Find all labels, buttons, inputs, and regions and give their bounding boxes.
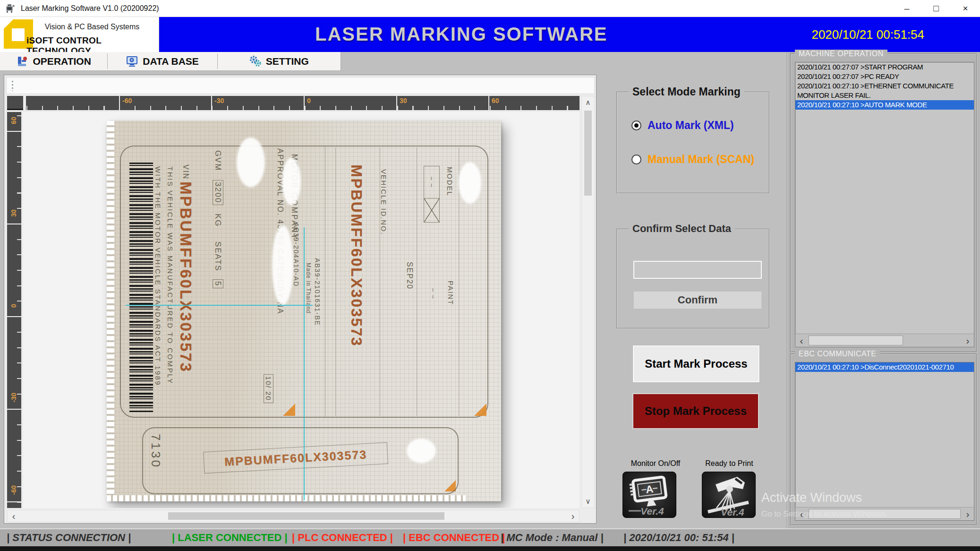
setting-gears-icon (249, 55, 262, 68)
control-panel: Select Mode Marking Auto Mark (XML) Manu… (597, 71, 787, 528)
horizontal-scroll-thumb[interactable] (168, 512, 444, 520)
laser-status: | LASER CONNECTED | (172, 532, 288, 544)
log-panel: MACHINE OPERATION 2020/10/21 00:27:07 >S… (787, 52, 980, 528)
model-value: – – (428, 177, 435, 188)
model-checkbox-cells: – – (424, 166, 440, 223)
plate-vin-label: VIN (181, 164, 190, 180)
monitor-onoff-label: Monitor On/Off (618, 459, 693, 468)
tab-label: OPERATION (33, 56, 91, 67)
confirm-data-groupbox: Confirm Select Data Confirm (616, 229, 770, 329)
manual-mark-option[interactable]: Manual Mark (SCAN) (631, 153, 754, 166)
log-line[interactable]: 2020/10/21 00:27:10 >ETHERNET COMMUNICAT… (795, 81, 974, 91)
brand-block: Vision & PC Based Systems iSOFT CONTROL … (0, 17, 159, 52)
log-line[interactable]: 2020/10/21 00:27:07 >PC READY (795, 72, 974, 81)
confirm-button[interactable]: Confirm (633, 291, 762, 309)
machine-list-scrollbar[interactable]: ‹ › (795, 334, 974, 347)
scroll-down-icon[interactable]: ∨ (582, 495, 594, 508)
plate-model-label: MODEL (446, 167, 454, 196)
scroll-up-icon[interactable]: ∧ (582, 96, 594, 109)
model-dash-cell: – – (424, 166, 439, 198)
ruler-label: 0 (10, 300, 17, 311)
plate-comply-line: THIS VEHICLE WAS MANUFACTURED TO COMPLY (166, 166, 174, 385)
ruler-tick (7, 316, 21, 317)
title-bar: Laser Marking Software V1.0 (20200922) –… (0, 0, 980, 17)
ebc-communicate-list[interactable]: 2020/10/21 00:27:10 >DisConnect20201021-… (795, 362, 974, 521)
start-mark-button[interactable]: Start Mark Process (632, 345, 760, 383)
log-line[interactable]: 2020/10/21 00:27:10 >AUTO MARK MODE (795, 100, 974, 110)
auto-mark-option[interactable]: Auto Mark (XML) (631, 119, 734, 132)
scroll-right-icon[interactable]: › (962, 334, 974, 347)
scroll-left-icon[interactable]: ‹ (795, 508, 808, 520)
brand-text: Vision & PC Based Systems iSOFT CONTROL … (26, 19, 158, 50)
scroll-left-icon[interactable]: ‹ (8, 510, 20, 522)
subplate-number: 7130 (148, 434, 163, 469)
white-smudge (282, 158, 301, 205)
ebc-list-scrollbar[interactable]: ‹ › (795, 507, 974, 520)
ruler-label: -30 (10, 392, 17, 403)
stop-mark-button[interactable]: Stop Mark Process (632, 393, 759, 429)
canvas-vertical-scrollbar[interactable]: ∧ ∨ (581, 96, 595, 508)
minimize-button[interactable]: – (892, 0, 921, 17)
auto-mark-radio[interactable] (631, 121, 641, 130)
horizontal-scroll-thumb[interactable] (809, 336, 903, 345)
toolbar-grip-icon[interactable] (11, 81, 14, 91)
ruler-label: -60 (10, 484, 17, 496)
plate-part-no-2: AB39-2101631-BE (314, 258, 321, 326)
plate-date-code: 10/ 20 (264, 374, 273, 403)
operation-icon (17, 55, 29, 68)
plate-vehicle-id-label: VEHICLE ID.NO. (380, 169, 388, 235)
plate-vin-column: MPBUMFF60LX303573 (348, 164, 365, 347)
ruler-label: 30 (397, 97, 407, 104)
brand-tagline: Vision & PC Based Systems (26, 23, 158, 31)
tab-database[interactable]: DATA BASE (108, 52, 217, 70)
ruler-tick (7, 131, 21, 132)
gvm-value: 3200 (213, 180, 223, 205)
crosshair-vertical (304, 227, 305, 500)
manual-mark-radio[interactable] (631, 155, 641, 164)
ruler-label: 60 (10, 115, 17, 126)
ruler-horizontal: -60 -30 0 30 60 (26, 96, 579, 110)
ready-to-print-icon[interactable]: Ver.4 (702, 472, 756, 518)
canvas-toolbar (6, 77, 595, 94)
svg-text:A: A (645, 483, 654, 496)
mc-mode-status: | MC Mode : Manual | (501, 532, 604, 544)
seats-value: 5 (213, 279, 223, 288)
confirm-data-title: Confirm Select Data (629, 223, 735, 235)
ruler-label: 0 (305, 97, 311, 104)
maximize-button[interactable]: □ (921, 0, 951, 17)
log-line[interactable]: 2020/10/21 00:27:10 >DisConnect20201021-… (795, 362, 974, 372)
window-controls: – □ × (892, 0, 980, 17)
monitor-onoff-icon[interactable]: A Ver.4 (622, 472, 676, 518)
ruler-tick (7, 409, 21, 410)
ruler-label: -30 (212, 97, 224, 104)
header: Vision & PC Based Systems iSOFT CONTROL … (0, 17, 980, 52)
log-line[interactable]: 2020/10/21 00:27:07 >START PROGRAM (795, 62, 974, 72)
plate-vin-marked: MPBUMFF60LX303573 (177, 181, 195, 373)
log-line[interactable]: MONITOR LASER FAIL. (795, 91, 974, 100)
plate-paint-label: PAINT (447, 281, 455, 305)
tab-setting[interactable]: SETTING (218, 52, 341, 70)
mark-preview-canvas[interactable]: WITH THE MOTOR VEHICLE STANDARDS ACT 198… (23, 112, 579, 508)
machine-operation-list[interactable]: 2020/10/21 00:27:07 >START PROGRAM 2020/… (795, 62, 974, 347)
horizontal-scroll-thumb[interactable] (809, 509, 961, 519)
canvas-horizontal-scrollbar[interactable]: ‹ › (7, 510, 579, 522)
ruler-vertical: 60 30 0 -30 -60 (7, 112, 21, 508)
close-button[interactable]: × (951, 0, 980, 17)
window-bottom-edge (0, 546, 980, 551)
app-banner-title: LASER MARKING SOFTWARE (315, 24, 561, 45)
tab-operation[interactable]: OPERATION (0, 52, 107, 70)
header-clock: 2020/10/21 00:51:54 (811, 27, 924, 42)
machine-operation-group: MACHINE OPERATION 2020/10/21 00:27:07 >S… (790, 53, 977, 353)
scroll-right-icon[interactable]: › (567, 510, 579, 522)
status-bar: | STATUS CONNECTION | | LASER CONNECTED … (0, 528, 980, 546)
confirm-data-input[interactable] (633, 261, 762, 279)
plate-part-no-1: AB39-204A10-AD (292, 223, 300, 287)
orange-corner-mark (474, 404, 486, 416)
scroll-left-icon[interactable]: ‹ (795, 334, 808, 347)
scroll-right-icon[interactable]: › (962, 508, 974, 520)
seats-label: SEATS (213, 241, 222, 271)
plate-made-in: Made in Thailand (305, 263, 312, 314)
vertical-scroll-thumb[interactable] (584, 111, 592, 196)
status-clock: | 2020/10/21 00: 51:54 | (623, 532, 734, 544)
gvm-label: GVM (213, 150, 222, 171)
